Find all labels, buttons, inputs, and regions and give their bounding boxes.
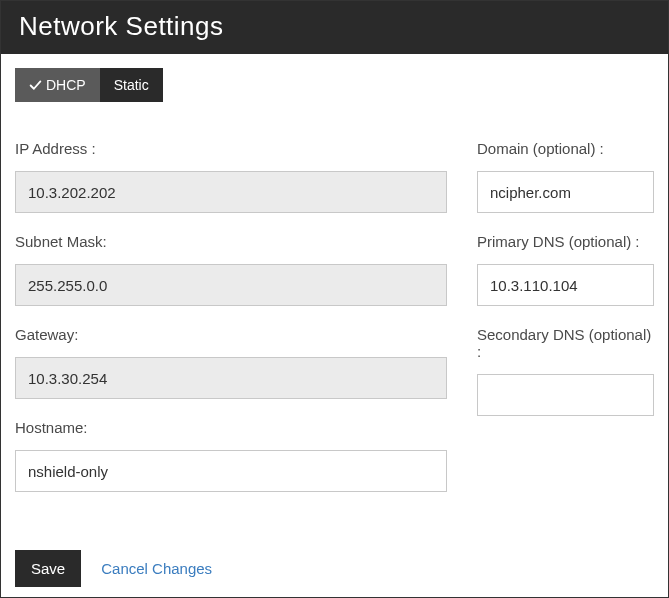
- cancel-link[interactable]: Cancel Changes: [101, 560, 212, 577]
- field-ip-address: IP Address :: [15, 140, 447, 213]
- label-ip-address: IP Address :: [15, 140, 447, 157]
- tab-static-label: Static: [114, 77, 149, 93]
- input-secondary-dns[interactable]: [477, 374, 654, 416]
- input-gateway[interactable]: [15, 357, 447, 399]
- save-button[interactable]: Save: [15, 550, 81, 587]
- content-area: DHCP Static IP Address : Subnet Mask: Ga…: [1, 54, 668, 598]
- check-icon: [29, 79, 42, 92]
- input-primary-dns[interactable]: [477, 264, 654, 306]
- field-hostname: Hostname:: [15, 419, 447, 492]
- field-gateway: Gateway:: [15, 326, 447, 399]
- label-domain: Domain (optional) :: [477, 140, 654, 157]
- field-secondary-dns: Secondary DNS (optional) :: [477, 326, 654, 416]
- form-grid: IP Address : Subnet Mask: Gateway: Hostn…: [15, 140, 654, 512]
- page-title: Network Settings: [19, 11, 650, 42]
- tab-static[interactable]: Static: [100, 68, 163, 102]
- label-subnet-mask: Subnet Mask:: [15, 233, 447, 250]
- label-gateway: Gateway:: [15, 326, 447, 343]
- label-secondary-dns: Secondary DNS (optional) :: [477, 326, 654, 360]
- left-column: IP Address : Subnet Mask: Gateway: Hostn…: [15, 140, 447, 512]
- input-domain[interactable]: [477, 171, 654, 213]
- input-hostname[interactable]: [15, 450, 447, 492]
- field-domain: Domain (optional) :: [477, 140, 654, 213]
- label-hostname: Hostname:: [15, 419, 447, 436]
- label-primary-dns: Primary DNS (optional) :: [477, 233, 654, 250]
- mode-tab-group: DHCP Static: [15, 68, 163, 102]
- field-subnet-mask: Subnet Mask:: [15, 233, 447, 306]
- page-header: Network Settings: [1, 1, 668, 54]
- field-primary-dns: Primary DNS (optional) :: [477, 233, 654, 306]
- tab-dhcp-label: DHCP: [46, 77, 86, 93]
- input-subnet-mask[interactable]: [15, 264, 447, 306]
- input-ip-address[interactable]: [15, 171, 447, 213]
- right-column: Domain (optional) : Primary DNS (optiona…: [477, 140, 654, 512]
- tab-dhcp[interactable]: DHCP: [15, 68, 100, 102]
- actions-row: Save Cancel Changes: [15, 550, 654, 587]
